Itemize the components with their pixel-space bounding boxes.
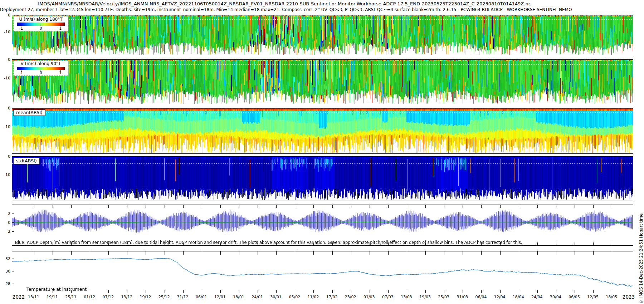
y-tick-label: 0 [0, 57, 10, 62]
temperature-plot [12, 251, 633, 293]
u-colorbar-legend: U (m/s) along 180°T -1 0 1 [13, 16, 68, 31]
u-legend-title: U (m/s) along 180°T [15, 17, 67, 22]
panel-u-velocity: U (m/s) along 180°T -1 0 1 [12, 15, 633, 56]
depth-annotation: Blue: ADCP Depth (m) variation from sens… [15, 240, 522, 245]
x-tick-label: 18/01 [233, 295, 244, 299]
x-tick-label: 12/01 [214, 295, 226, 299]
x-tick-label: 13/11 [28, 295, 39, 299]
v-colorbar-legend: V (m/s) along 90°T -1 0 1 [13, 60, 68, 76]
mean-absi-label: mean(ABSI) [13, 109, 45, 116]
v-colorbar-tick-labels: -1 0 1 [17, 70, 65, 75]
title-line-2: Deployment 27, member 1 lat=12.34S lon=1… [0, 7, 569, 12]
x-tick-label: 06/01 [196, 295, 207, 299]
v-legend-title: V (m/s) along 90°T [15, 61, 67, 67]
x-year-label: 2023 [623, 294, 635, 300]
y-tick-label: -10 [0, 124, 10, 129]
title-line-1: IMOS/ANMN/NRS/NRSDAR/Velocity/IMOS_ANMN-… [0, 1, 569, 6]
panel-temperature: Temperature at instrument [12, 251, 633, 293]
x-tick-label: 05/02 [289, 295, 300, 299]
y-tick-label: 28 [0, 281, 10, 286]
colorbar-tick-label: 0 [40, 70, 42, 75]
x-tick-label: 25/03 [438, 295, 449, 299]
y-tick-label: -2 [0, 229, 10, 234]
x-tick-label: 24/04 [531, 295, 543, 299]
v-velocity-heatmap [12, 60, 633, 105]
colorbar-tick-label: 0 [40, 26, 42, 30]
y-tick-label: 0 [0, 154, 10, 159]
x-tick-label: 18/05 [606, 295, 617, 299]
x-tick-label: 30/04 [550, 295, 561, 299]
colorbar-tick-label: -1 [19, 26, 23, 30]
y-tick-label: 0 [0, 220, 10, 225]
x-tick-label: 31/12 [177, 295, 189, 299]
x-tick-label: 19/03 [419, 295, 431, 299]
u-velocity-heatmap [12, 15, 633, 56]
x-tick-label: 06/04 [475, 295, 487, 299]
panel-std-absi: std(ABSI) [12, 156, 633, 201]
colorbar-tick-label: -1 [19, 70, 23, 75]
y-tick-label: -10 [0, 76, 10, 80]
x-tick-label: 25/11 [65, 295, 77, 299]
x-tick-label: 06/05 [569, 295, 580, 299]
x-tick-label: 17/02 [326, 295, 338, 299]
x-tick-label: 19/11 [47, 295, 58, 299]
x-tick-label: 30/01 [270, 295, 282, 299]
std-absi-heatmap [12, 157, 633, 201]
x-tick-label: 19/12 [140, 295, 151, 299]
x-year-label: 2022 [13, 294, 25, 300]
x-tick-label: 23/02 [345, 295, 356, 299]
x-tick-label: 18/04 [513, 295, 524, 299]
y-tick-label: 2 [0, 211, 10, 216]
x-tick-label: 12/04 [494, 295, 506, 299]
y-tick-label: -10 [0, 30, 10, 34]
x-tick-label: 01/03 [364, 295, 375, 299]
u-colorbar-tick-labels: -1 0 1 [17, 26, 65, 30]
panel-mean-absi: mean(ABSI) [12, 108, 633, 154]
colorbar-tick-label: 1 [59, 70, 62, 75]
std-absi-label: std(ABSI) [13, 158, 40, 164]
x-tick-label: 07/12 [102, 295, 114, 299]
x-tick-label: 13/03 [401, 295, 412, 299]
temperature-label: Temperature at instrument [26, 286, 87, 292]
x-tick-label: 11/02 [308, 295, 319, 299]
panel-v-velocity: V (m/s) along 90°T -1 0 1 [12, 59, 633, 105]
y-tick-label: -10 [0, 172, 10, 177]
adcp-figure-page: { "header": { "title_line1": "IMOS/ANMN/… [0, 0, 644, 304]
x-tick-label: 01/12 [84, 295, 95, 299]
y-tick-label: 0 [0, 13, 10, 18]
mean-absi-heatmap [12, 108, 633, 153]
x-tick-label: 12/05 [587, 295, 599, 299]
imos-credit-vertical: © IMOS 14-Dec-2025 21:24:51 Hobart time [639, 0, 644, 304]
depth-variation-plot [12, 205, 633, 245]
x-tick-label: 13/12 [121, 295, 132, 299]
x-tick-label: 31/03 [457, 295, 468, 299]
x-tick-label: 07/03 [382, 295, 394, 299]
y-tick-label: 32 [0, 256, 10, 261]
colorbar-tick-label: 1 [59, 26, 62, 30]
y-tick-label: 30 [0, 269, 10, 274]
y-tick-label: 0 [0, 106, 10, 111]
panel-depth-variation: Blue: ADCP Depth (m) variation from sens… [12, 205, 633, 246]
x-tick-label: 24/01 [252, 295, 263, 299]
x-tick-label: 25/12 [158, 295, 170, 299]
